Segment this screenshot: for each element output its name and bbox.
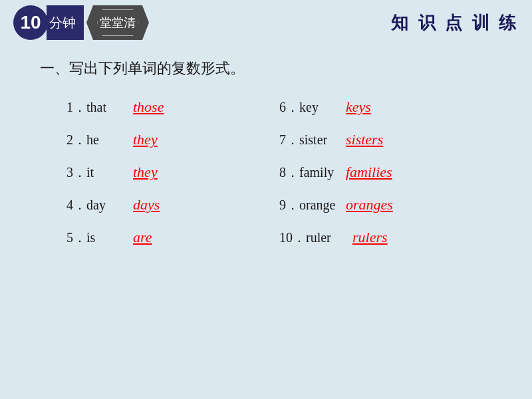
question-answer: sisters [346, 131, 383, 148]
question-number: 5． [66, 229, 86, 247]
question-item: 10． ruler rulers [279, 229, 492, 247]
question-word: ruler [306, 230, 352, 245]
questions-grid: 1． that those 6． key keys 2． he they 7． … [40, 98, 492, 261]
question-number: 10． [279, 229, 306, 247]
question-answer: oranges [346, 196, 393, 213]
header-left: 10 分钟 堂堂清 [13, 5, 149, 40]
header: 10 分钟 堂堂清 知 识 点 训 练 [0, 0, 532, 45]
number-badge: 10 [13, 5, 48, 40]
question-answer: they [133, 164, 158, 181]
fen-zhong-label: 分钟 [47, 5, 84, 40]
question-answer: keys [346, 98, 371, 116]
question-item: 1． that those [66, 98, 279, 116]
question-number: 6． [279, 98, 299, 116]
badge-number: 10 [20, 12, 41, 33]
question-word: key [299, 100, 346, 115]
question-word: that [86, 100, 133, 115]
question-answer: those [133, 98, 164, 116]
question-answer: families [346, 164, 392, 181]
question-answer: they [133, 131, 158, 148]
question-word: he [86, 132, 133, 148]
question-number: 9． [279, 196, 299, 214]
question-word: sister [299, 132, 346, 148]
section-title: 一、写出下列单词的复数形式。 [40, 59, 492, 78]
question-item: 7． sister sisters [279, 131, 492, 149]
question-item: 6． key keys [279, 98, 492, 116]
question-item: 2． he they [66, 131, 279, 149]
tang-badge-text: 堂堂清 [100, 15, 136, 31]
question-item: 5． is are [66, 229, 279, 247]
tang-tang-qing-badge: 堂堂清 [86, 5, 149, 40]
question-word: family [299, 165, 346, 180]
page-title: 知 识 点 训 练 [391, 11, 519, 35]
question-word: is [86, 230, 133, 245]
question-number: 2． [66, 131, 86, 149]
question-word: orange [299, 198, 346, 213]
question-item: 3． it they [66, 164, 279, 182]
question-item: 8． family families [279, 164, 492, 182]
question-number: 8． [279, 164, 299, 182]
question-number: 3． [66, 164, 86, 182]
question-item: 4． day days [66, 196, 279, 214]
question-word: day [86, 198, 133, 213]
question-answer: rulers [352, 229, 388, 246]
question-number: 7． [279, 131, 299, 149]
question-number: 1． [66, 98, 86, 116]
question-answer: days [133, 196, 160, 213]
question-answer: are [133, 229, 152, 246]
question-item: 9． orange oranges [279, 196, 492, 214]
question-number: 4． [66, 196, 86, 214]
main-content: 一、写出下列单词的复数形式。 1． that those 6． key keys… [0, 45, 532, 275]
question-word: it [86, 165, 133, 180]
